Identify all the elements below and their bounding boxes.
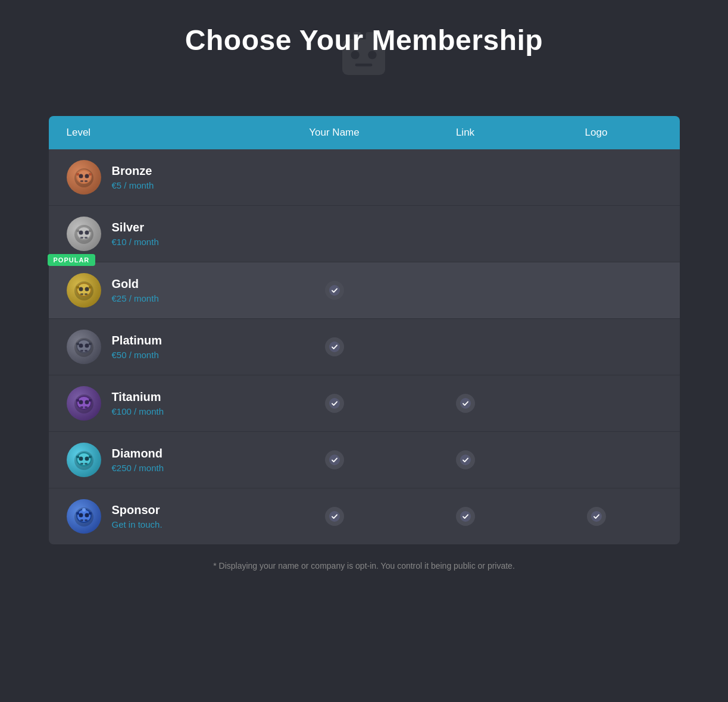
- check-cell-gold-name: [269, 281, 400, 300]
- svg-rect-13: [76, 173, 79, 175]
- svg-point-33: [329, 285, 340, 296]
- svg-point-54: [460, 398, 471, 409]
- check-cell-diamond-link: [400, 450, 531, 469]
- check-cell-titanium-name: [269, 394, 400, 413]
- table-row[interactable]: POPULAR Gold: [49, 262, 680, 319]
- svg-rect-21: [85, 237, 88, 239]
- level-info-platinum: Platinum €50 / month: [112, 334, 162, 360]
- header-link: Link: [400, 127, 531, 139]
- svg-point-27: [79, 287, 83, 292]
- svg-rect-39: [80, 350, 83, 352]
- svg-rect-40: [85, 350, 88, 352]
- avatar-titanium: [67, 386, 101, 421]
- level-name-gold: Gold: [112, 277, 159, 291]
- level-name-diamond: Diamond: [112, 447, 164, 460]
- table-row[interactable]: Platinum €50 / month: [49, 319, 680, 375]
- avatar-platinum: [67, 330, 101, 364]
- table-row[interactable]: Sponsor Get in touch.: [49, 488, 680, 544]
- svg-point-75: [82, 508, 86, 512]
- table-row[interactable]: Silver €10 / month: [49, 206, 680, 262]
- level-info-diamond: Diamond €250 / month: [112, 447, 164, 473]
- checkmark-icon: [325, 281, 344, 300]
- svg-rect-32: [89, 286, 92, 289]
- svg-rect-41: [76, 343, 79, 345]
- level-name-silver: Silver: [112, 221, 159, 234]
- level-cell-diamond: Diamond €250 / month: [67, 443, 269, 477]
- table-row[interactable]: Bronze €5 / month: [49, 149, 680, 206]
- header-section: Choose Your Membership: [185, 24, 543, 86]
- svg-rect-20: [80, 237, 83, 239]
- table-header: Level Your Name Link Logo: [49, 116, 680, 149]
- svg-rect-73: [76, 512, 79, 515]
- check-cell-sponsor-logo: [531, 507, 662, 526]
- check-cell-titanium-link: [400, 394, 531, 413]
- svg-point-48: [85, 400, 89, 405]
- svg-point-53: [329, 398, 340, 409]
- svg-point-76: [329, 511, 340, 522]
- check-cell-diamond-name: [269, 450, 400, 469]
- avatar-bronze: [67, 160, 101, 195]
- svg-rect-22: [76, 230, 79, 232]
- svg-rect-42: [89, 343, 92, 345]
- level-name-sponsor: Sponsor: [112, 503, 163, 517]
- svg-point-58: [79, 457, 83, 461]
- svg-point-10: [85, 174, 89, 178]
- svg-rect-50: [85, 406, 88, 408]
- level-name-titanium: Titanium: [112, 390, 164, 404]
- svg-rect-31: [76, 286, 79, 289]
- svg-point-9: [79, 174, 83, 178]
- checkmark-icon: [456, 394, 475, 413]
- svg-rect-29: [80, 293, 83, 295]
- level-info-titanium: Titanium €100 / month: [112, 390, 164, 416]
- header-level: Level: [67, 127, 269, 139]
- level-cell-titanium: Titanium €100 / month: [67, 386, 269, 421]
- svg-rect-30: [85, 293, 88, 295]
- checkmark-icon: [325, 507, 344, 526]
- svg-point-65: [460, 455, 471, 465]
- avatar-silver: [67, 217, 101, 251]
- level-info-sponsor: Sponsor Get in touch.: [112, 503, 163, 529]
- svg-rect-61: [85, 463, 88, 465]
- svg-point-38: [85, 344, 89, 348]
- svg-rect-23: [89, 230, 92, 232]
- svg-point-19: [85, 231, 89, 235]
- checkmark-icon: [456, 507, 475, 526]
- checkmark-icon: [325, 337, 344, 356]
- svg-point-77: [460, 511, 471, 522]
- svg-point-37: [79, 344, 83, 348]
- level-price-platinum: €50 / month: [112, 350, 162, 360]
- checkmark-icon: [587, 507, 606, 526]
- svg-rect-60: [80, 463, 83, 465]
- page-title: Choose Your Membership: [185, 24, 543, 57]
- svg-rect-74: [89, 512, 92, 515]
- level-price-gold: €25 / month: [112, 293, 159, 303]
- svg-rect-51: [76, 399, 79, 402]
- avatar-gold: [67, 273, 101, 308]
- table-row[interactable]: Diamond €250 / month: [49, 432, 680, 488]
- svg-point-28: [85, 287, 89, 292]
- svg-rect-11: [80, 180, 83, 182]
- avatar-sponsor: [67, 499, 101, 534]
- svg-point-64: [329, 455, 340, 465]
- table-row[interactable]: Titanium €100 / month: [49, 375, 680, 432]
- popular-badge: POPULAR: [48, 254, 96, 266]
- level-name-platinum: Platinum: [112, 334, 162, 347]
- level-cell-platinum: Platinum €50 / month: [67, 330, 269, 364]
- footer-note: * Displaying your name or company is opt…: [213, 561, 515, 571]
- level-info-bronze: Bronze €5 / month: [112, 164, 154, 190]
- svg-rect-63: [89, 456, 92, 458]
- level-price-diamond: €250 / month: [112, 463, 164, 473]
- svg-point-78: [591, 511, 602, 522]
- level-cell-sponsor: Sponsor Get in touch.: [67, 499, 269, 534]
- check-cell-sponsor-name: [269, 507, 400, 526]
- header-logo: Logo: [531, 127, 662, 139]
- level-price-sponsor: Get in touch.: [112, 519, 163, 529]
- check-cell-sponsor-link: [400, 507, 531, 526]
- level-cell-gold: Gold €25 / month: [67, 273, 269, 308]
- membership-table: Level Your Name Link Logo: [49, 116, 680, 544]
- level-price-bronze: €5 / month: [112, 180, 154, 190]
- avatar-diamond: [67, 443, 101, 477]
- checkmark-icon: [456, 450, 475, 469]
- level-price-silver: €10 / month: [112, 237, 159, 247]
- table-body: Bronze €5 / month: [49, 149, 680, 544]
